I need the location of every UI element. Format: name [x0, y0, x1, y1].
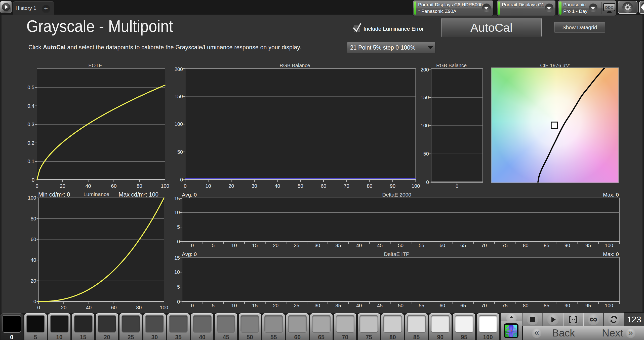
svg-text:45: 45	[377, 303, 383, 308]
svg-text:10: 10	[174, 210, 180, 215]
svg-text:5: 5	[177, 224, 180, 230]
svg-text:20: 20	[60, 183, 65, 189]
svg-text:10: 10	[231, 303, 237, 308]
svg-text:55: 55	[419, 303, 424, 308]
svg-text:60: 60	[111, 183, 116, 189]
svg-text:5: 5	[177, 284, 180, 290]
svg-text:85: 85	[544, 243, 549, 248]
svg-text:DeltaE 2000: DeltaE 2000	[382, 192, 411, 198]
svg-text:40: 40	[356, 243, 362, 248]
svg-text:150: 150	[421, 95, 429, 100]
svg-text:100: 100	[605, 243, 613, 248]
svg-text:10: 10	[231, 243, 237, 248]
svg-text:0.5: 0.5	[27, 85, 34, 90]
svg-text:200: 200	[421, 67, 429, 72]
svg-text:30: 30	[252, 183, 257, 189]
svg-text:60: 60	[439, 303, 445, 308]
svg-text:50: 50	[298, 183, 303, 189]
svg-text:0: 0	[426, 179, 429, 185]
svg-text:20: 20	[273, 303, 278, 308]
svg-text:80: 80	[136, 305, 142, 310]
svg-text:40: 40	[356, 303, 362, 308]
svg-text:0: 0	[456, 183, 458, 189]
svg-text:100: 100	[421, 123, 429, 128]
svg-text:30: 30	[314, 303, 320, 308]
svg-text:100: 100	[160, 305, 168, 310]
svg-text:0: 0	[191, 303, 194, 308]
svg-text:15: 15	[174, 196, 180, 201]
svg-text:55: 55	[419, 243, 424, 248]
svg-text:DeltaE ITP: DeltaE ITP	[384, 251, 410, 257]
svg-text:15: 15	[252, 243, 258, 248]
svg-text:65: 65	[460, 303, 466, 308]
svg-text:5: 5	[212, 243, 215, 248]
svg-text:0: 0	[33, 299, 36, 304]
svg-text:0.4: 0.4	[27, 103, 34, 109]
svg-text:CIE 1976 u'v': CIE 1976 u'v'	[540, 63, 570, 68]
svg-text:100: 100	[412, 183, 420, 189]
svg-text:0: 0	[184, 183, 186, 189]
svg-text:60: 60	[321, 183, 326, 189]
svg-text:70: 70	[481, 303, 487, 308]
svg-text:100: 100	[28, 195, 36, 201]
svg-text:25: 25	[294, 303, 299, 308]
svg-text:35: 35	[335, 303, 341, 308]
svg-text:40: 40	[31, 257, 36, 263]
svg-text:0: 0	[32, 177, 34, 183]
svg-text:Max cd/m²: 100: Max cd/m²: 100	[119, 191, 159, 198]
svg-text:Max: 0: Max: 0	[603, 192, 619, 198]
svg-text:75: 75	[502, 303, 508, 308]
svg-text:80: 80	[523, 303, 528, 308]
svg-text:50: 50	[398, 303, 404, 308]
svg-text:Avg: 0: Avg: 0	[182, 251, 197, 257]
svg-text:0.2: 0.2	[27, 140, 34, 146]
svg-text:60: 60	[439, 243, 445, 248]
svg-text:80: 80	[523, 243, 528, 248]
svg-text:15: 15	[252, 303, 258, 308]
svg-text:60: 60	[111, 305, 116, 310]
svg-text:25: 25	[294, 243, 299, 248]
svg-text:0.3: 0.3	[27, 122, 34, 127]
svg-text:85: 85	[544, 303, 549, 308]
svg-text:90: 90	[565, 243, 570, 248]
svg-text:100: 100	[605, 303, 613, 308]
svg-text:20: 20	[61, 305, 66, 310]
svg-text:40: 40	[274, 183, 280, 189]
svg-text:45: 45	[377, 243, 383, 248]
svg-text:90: 90	[565, 303, 570, 308]
svg-text:95: 95	[585, 303, 591, 308]
svg-text:40: 40	[86, 305, 92, 310]
svg-text:RGB Balance: RGB Balance	[436, 63, 467, 68]
svg-text:5: 5	[212, 303, 215, 308]
svg-text:50: 50	[423, 151, 429, 157]
svg-text:0: 0	[177, 299, 180, 305]
svg-text:DDC: DDC	[605, 5, 614, 10]
svg-text:15: 15	[174, 255, 180, 261]
svg-text:10: 10	[174, 269, 180, 275]
svg-text:100: 100	[175, 121, 183, 127]
svg-text:Max: 0: Max: 0	[603, 251, 619, 257]
svg-text:95: 95	[585, 243, 591, 248]
svg-text:40: 40	[85, 183, 91, 189]
svg-text:0: 0	[177, 239, 180, 244]
svg-text:200: 200	[175, 66, 183, 72]
svg-text:10: 10	[206, 183, 211, 189]
svg-text:20: 20	[31, 278, 36, 284]
svg-text:RGB Balance: RGB Balance	[279, 63, 310, 68]
svg-text:50: 50	[398, 243, 404, 248]
svg-text:30: 30	[314, 243, 320, 248]
svg-text:EOTF: EOTF	[88, 63, 102, 68]
svg-text:Avg: 0: Avg: 0	[182, 192, 197, 198]
svg-text:0.1: 0.1	[27, 159, 34, 164]
svg-text:90: 90	[390, 183, 395, 189]
svg-text:20: 20	[273, 243, 278, 248]
svg-text:80: 80	[367, 183, 372, 189]
svg-text:60: 60	[31, 237, 36, 242]
svg-text:70: 70	[344, 183, 349, 189]
svg-text:150: 150	[175, 94, 183, 99]
svg-text:0: 0	[191, 243, 194, 248]
svg-text:35: 35	[335, 243, 341, 248]
svg-text:0: 0	[35, 183, 38, 189]
svg-text:20: 20	[228, 183, 234, 189]
svg-text:80: 80	[137, 183, 142, 189]
